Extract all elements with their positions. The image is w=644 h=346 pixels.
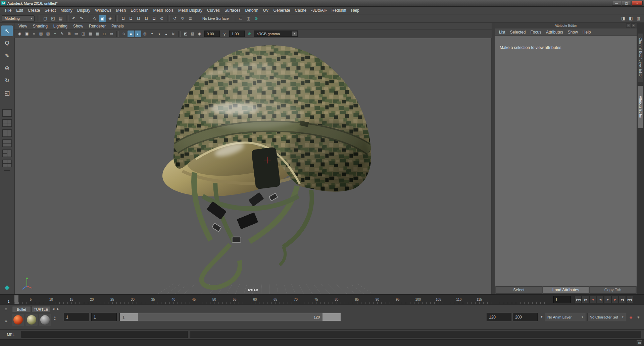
go-to-end-button[interactable]: ▶▶▮ [626,296,633,303]
step-forward-frame-button[interactable]: ▶▮ [619,296,626,303]
menu-item-modify[interactable]: Modify [58,8,75,13]
menu-item-edit[interactable]: Edit [14,8,26,13]
gamma-field[interactable]: 1.00 [229,31,245,37]
isolate-select-icon[interactable]: ◩ [182,31,189,37]
move-tool[interactable]: ⊕ [1,63,13,73]
select-object-mode-icon[interactable]: ▣ [99,15,106,22]
timeline-playhead[interactable] [14,295,18,304]
tab-attribute-editor[interactable]: Attribute Editor [638,86,643,128]
textured-icon[interactable]: ◐ [135,31,141,37]
menu-item-mesh-display[interactable]: Mesh Display [176,8,205,13]
spinner-down-icon[interactable]: ▼ [54,319,56,321]
menu-item-3dtoall[interactable]: -3DtoAll- [309,8,329,13]
resolution-gate-icon[interactable]: ◫ [80,31,87,37]
play-forward-button[interactable]: ▶ [604,296,611,303]
snap-to-grid-icon[interactable]: Ω [119,15,127,22]
maximize-button[interactable]: ▢ [622,1,631,6]
grease-pencil-icon[interactable]: ✎ [59,31,65,37]
shelf-tab-next-icon[interactable]: ▶ [57,307,59,310]
render-view-icon[interactable]: ▭ [237,15,244,22]
menu-set-dropdown[interactable]: Modeling ▼ [2,15,35,22]
layout-three-pane-left-button[interactable] [2,150,12,157]
current-frame-field[interactable] [553,296,571,303]
shelf-item-gray-ball[interactable] [39,314,51,326]
select-tool[interactable]: ↖ [1,25,13,36]
shelf-editor-gear-icon[interactable]: ✳ [3,320,9,323]
lasso-tool[interactable]: Ϙ [1,38,13,49]
snap-to-curve-icon[interactable]: Ω [127,15,135,22]
range-end-handle[interactable] [323,313,341,321]
layout-two-pane-stacked-button[interactable] [2,139,12,147]
shelf-item-bullet-ball[interactable] [12,314,24,326]
float-panel-icon[interactable]: ▫ [626,23,630,27]
construction-history-icon[interactable]: ≣ [187,15,194,22]
shelf-tab-turtle[interactable]: TURTLE [32,306,50,312]
rotate-tool[interactable]: ↻ [1,75,13,86]
playback-start-field[interactable] [91,313,117,321]
layout-single-pane-button[interactable] [2,109,12,117]
layout-two-pane-side-button[interactable] [2,129,12,137]
panel-menu-panels[interactable]: Panels [111,24,124,28]
menu-item-deform[interactable]: Deform [243,8,260,13]
panel-menu-shading[interactable]: Shading [33,24,48,28]
undo-icon[interactable]: ↶ [70,15,78,22]
safe-title-icon[interactable]: ▭ [108,31,115,37]
xray-icon[interactable]: ▨ [189,31,196,37]
animation-end-field[interactable] [513,313,538,321]
use-default-material-icon[interactable]: ◎ [142,31,148,37]
copy-tab-button[interactable]: Copy Tab [590,286,636,294]
film-gate-icon[interactable]: ▭ [73,31,80,37]
menu-item-curves[interactable]: Curves [205,8,222,13]
select-component-mode-icon[interactable]: ◈ [106,15,114,22]
menu-item-mesh[interactable]: Mesh [114,8,128,13]
helmet-object[interactable] [158,45,371,287]
paint-select-tool[interactable]: ✎ [1,50,13,61]
bookmarks-icon[interactable]: ▤ [38,31,44,37]
select-hierarchy-mode-icon[interactable]: ◇ [91,15,98,22]
render-snapshot-icon[interactable]: ◫ [245,15,252,22]
smooth-shade-icon[interactable]: ● [128,31,134,37]
2d-pan-zoom-icon[interactable]: ⌖ [52,31,58,37]
select-camera-icon[interactable]: ◉ [16,31,23,37]
range-options-caret-icon[interactable]: ▼ [538,315,545,319]
redo-icon[interactable]: ↷ [78,15,85,22]
snap-to-point-icon[interactable]: Ω [135,15,142,22]
menu-item-mesh-tools[interactable]: Mesh Tools [151,8,176,13]
menu-item-display[interactable]: Display [75,8,93,13]
layout-four-pane-button[interactable] [2,119,12,127]
scale-tool[interactable]: ◱ [1,88,13,98]
gate-mask-icon[interactable]: ▩ [87,31,94,37]
make-live-icon[interactable]: ⊙ [158,15,165,22]
anim-layer-dropdown[interactable]: No Anim Layer ▼ [545,313,586,321]
menu-item-generate[interactable]: Generate [271,8,292,13]
shelf-tab-prev-icon[interactable]: ◀ [52,307,54,310]
animation-preferences-icon[interactable]: ✳ [635,314,642,321]
ae-menu-help[interactable]: Help [583,30,591,35]
ipr-render-icon[interactable]: ⊛ [252,15,260,22]
auto-keyframe-icon[interactable]: ◆ [628,314,634,321]
view-transform-dropdown[interactable]: sRGB gamma ▼ [254,31,298,37]
menu-item-cache[interactable]: Cache [292,8,309,13]
menu-item-create[interactable]: Create [26,8,42,13]
gamma-icon[interactable]: γ [221,31,228,37]
step-back-frame-button[interactable]: ▮◀ [582,296,589,303]
script-editor-icon[interactable]: ▤ [637,340,642,345]
panel-menu-show[interactable]: Show [73,24,83,28]
tab-channel-box-layer-editor[interactable]: Channel Box / Layer Editor [638,34,643,82]
ae-menu-selected[interactable]: Selected [510,30,526,35]
snap-to-view-plane-icon[interactable]: Ω [150,15,158,22]
sidebar-channel-box-icon[interactable]: ◨ [620,15,627,22]
shadows-icon[interactable]: ◑ [156,31,162,37]
menu-item-surfaces[interactable]: Surfaces [222,8,243,13]
menu-item-redshift[interactable]: Redshift [329,8,349,13]
menu-item-file[interactable]: File [3,8,14,13]
panel-menu-view[interactable]: View [18,24,27,28]
range-slider-bar[interactable]: 1 120 [119,313,341,321]
minimize-button[interactable]: — [612,1,621,6]
safe-action-icon[interactable]: □ [101,31,108,37]
viewport-canvas[interactable] [15,38,491,294]
mel-command-input[interactable] [21,331,188,338]
ssao-icon[interactable]: ◒ [163,31,169,37]
open-scene-icon[interactable]: ◱ [49,15,57,22]
load-attributes-button[interactable]: Load Attributes [543,286,589,294]
